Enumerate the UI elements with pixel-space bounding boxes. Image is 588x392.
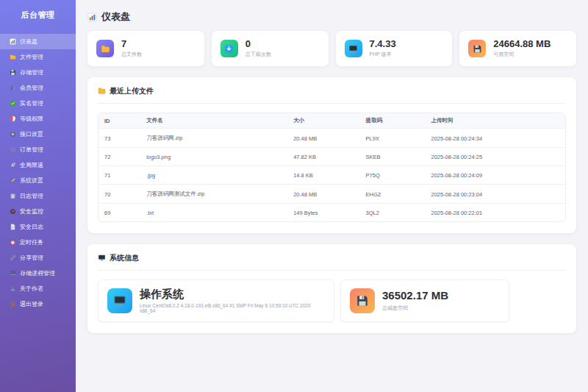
col-filename: 文件名 <box>140 113 287 128</box>
sidebar-item-label: 安全日志 <box>20 223 43 231</box>
folder-icon <box>10 54 16 60</box>
stat-value: 0 <box>245 39 271 50</box>
sidebar-item-storage-process[interactable]: 存储进程管理 <box>0 266 76 281</box>
eye-icon <box>10 208 16 215</box>
monitor-icon <box>98 254 106 263</box>
sidebar-item-label: 退出登录 <box>20 300 43 308</box>
sidebar-item-logout[interactable]: 退出登录 <box>0 296 76 312</box>
stat-card-total-files: 7 总文件数 <box>87 31 204 66</box>
sidebar-item-security-monitor[interactable]: 安全监控 <box>0 204 76 219</box>
sidebar-item-label: 文件管理 <box>20 53 43 61</box>
sidebar-item-dashboard[interactable]: 仪表盘 <box>0 34 76 49</box>
cell-filename: .jpg <box>140 165 287 184</box>
sidebar-item-label: 日志管理 <box>20 192 43 200</box>
sidebar-item-label: 会员管理 <box>20 84 43 92</box>
sidebar-item-cron[interactable]: 定时任务 <box>0 235 76 250</box>
table-header: ID 文件名 大小 提取码 上传时间 <box>98 113 565 128</box>
sidebar-item-about[interactable]: 关于作者 <box>0 281 76 296</box>
sidebar-item-label: 订单管理 <box>20 146 43 154</box>
sidebar-item-levels[interactable]: 等级权限 <box>0 111 76 126</box>
cell-id: 69 <box>98 203 140 221</box>
cell-code: EHGZ <box>360 184 426 203</box>
table-row: 71 .jpg 14.8 KB P75Q 2025-08-28 00:24:09 <box>98 165 565 184</box>
stat-card-php-version: 7.4.33 PHP 版本 <box>336 31 453 66</box>
stat-card-free-space: 24664.88 MB 可用空间 <box>459 31 576 66</box>
stat-card-total-downloads: 0 总下载次数 <box>212 31 329 66</box>
stat-text: 24664.88 MB 可用空间 <box>493 39 551 59</box>
stat-label: PHP 版本 <box>370 51 396 58</box>
disk-text: 36502.17 MB 总磁盘空间 <box>382 290 448 312</box>
cell-filename: .txt <box>140 203 287 221</box>
sidebar-item-files[interactable]: 文件管理 <box>0 49 76 65</box>
door-icon <box>10 301 16 307</box>
recent-uploads-title-text: 最近上传文件 <box>110 86 154 96</box>
sidebar-item-label: 系统设置 <box>20 177 43 185</box>
cell-size: 20.48 MB <box>287 128 359 147</box>
cell-filename: 刀客源码网测试文件.zip <box>140 184 287 203</box>
check-icon <box>10 100 16 107</box>
table-row: 70 刀客源码网测试文件.zip 20.48 MB EHGZ 2025-08-2… <box>98 184 565 203</box>
clipboard-icon <box>10 193 16 199</box>
sidebar-nav: 仪表盘 文件管理 存储管理 会员管理 实名管理 等级权限 接口设置 订单管理 全… <box>0 34 76 312</box>
sidebar-item-logs[interactable]: 日志管理 <box>0 188 76 204</box>
page-title-text: 仪表盘 <box>101 10 130 24</box>
floppy-disk-icon <box>468 40 486 57</box>
link-icon <box>10 254 16 261</box>
page-title: 仪表盘 <box>87 7 576 31</box>
users-icon <box>10 85 16 91</box>
sidebar-item-storage[interactable]: 存储管理 <box>0 65 76 80</box>
sidebar-item-orders[interactable]: 订单管理 <box>0 142 76 157</box>
stat-text: 0 总下载次数 <box>245 39 271 59</box>
stat-value: 7.4.33 <box>370 39 396 50</box>
cell-size: 47.82 KB <box>287 147 359 165</box>
os-card: 操作系统 Linux CentOs8.2.2 4.18.0-193.el8.x8… <box>98 279 334 322</box>
sidebar: 后台管理 仪表盘 文件管理 存储管理 会员管理 实名管理 等级权限 接口设置 订… <box>0 0 76 392</box>
sidebar-item-system-settings[interactable]: 系统设置 <box>0 173 76 188</box>
sidebar-item-members[interactable]: 会员管理 <box>0 80 76 96</box>
sidebar-item-api[interactable]: 接口设置 <box>0 126 76 142</box>
disk-value: 36502.17 MB <box>382 290 448 302</box>
stats-row: 7 总文件数 0 总下载次数 7.4.33 PHP 版本 24664.88 MB… <box>87 31 576 66</box>
os-detail: Linux CentOs8.2.2 4.18.0-193.el8.x86_64 … <box>140 303 325 313</box>
table-row: 72 logo3.png 47.82 KB SKEB 2025-08-28 00… <box>98 147 565 165</box>
app-title: 后台管理 <box>0 0 76 29</box>
cell-code: SKEB <box>360 147 426 165</box>
sidebar-item-speed-limit[interactable]: 全局限速 <box>0 157 76 173</box>
sidebar-item-label: 定时任务 <box>20 238 43 246</box>
cell-filename: logo3.png <box>140 147 287 165</box>
folder-icon <box>96 40 114 57</box>
floppy-disk-icon <box>10 69 16 76</box>
cell-time: 2025-08-28 00:24:09 <box>425 165 565 184</box>
table-header-row: ID 文件名 大小 提取码 上传时间 <box>98 113 565 128</box>
bar-chart-icon <box>10 38 16 45</box>
table-row: 69 .txt 149 Bytes 3QL2 2025-08-28 00:22:… <box>98 203 565 221</box>
system-info-panel: 系统信息 操作系统 Linux CentOs8.2.2 4.18.0-193.e… <box>87 244 576 333</box>
stat-text: 7 总文件数 <box>121 39 142 59</box>
cart-icon <box>10 146 16 153</box>
shield-icon <box>10 115 16 122</box>
person-icon <box>10 285 16 292</box>
bar-chart-icon <box>87 13 97 22</box>
stat-label: 可用空间 <box>493 51 551 58</box>
download-icon <box>220 40 238 57</box>
laptop-icon <box>10 270 16 277</box>
rocket-icon <box>10 162 16 168</box>
cell-size: 149 Bytes <box>287 203 359 221</box>
recent-uploads-panel: 最近上传文件 ID 文件名 大小 提取码 上传时间 73 刀客源码网.zip 2… <box>87 77 576 233</box>
main-content: 仪表盘 7 总文件数 0 总下载次数 7.4.33 PHP 版本 <box>76 0 588 392</box>
alarm-clock-icon <box>10 239 16 246</box>
sidebar-item-label: 等级权限 <box>20 115 43 123</box>
cell-time: 2025-08-28 00:22:01 <box>425 203 565 221</box>
col-id: ID <box>98 113 140 128</box>
folder-icon <box>98 87 106 96</box>
cell-id: 70 <box>98 184 140 203</box>
sidebar-item-security-logs[interactable]: 安全日志 <box>0 219 76 235</box>
system-info-title: 系统信息 <box>98 253 566 271</box>
stat-text: 7.4.33 PHP 版本 <box>370 39 396 59</box>
sidebar-item-share[interactable]: 分享管理 <box>0 250 76 266</box>
cell-time: 2025-08-28 00:24:25 <box>425 147 565 165</box>
disk-label: 总磁盘空间 <box>382 304 448 312</box>
sidebar-item-realname[interactable]: 实名管理 <box>0 96 76 111</box>
recent-uploads-table: ID 文件名 大小 提取码 上传时间 73 刀客源码网.zip 20.48 MB… <box>98 113 566 222</box>
stat-label: 总下载次数 <box>245 51 271 58</box>
